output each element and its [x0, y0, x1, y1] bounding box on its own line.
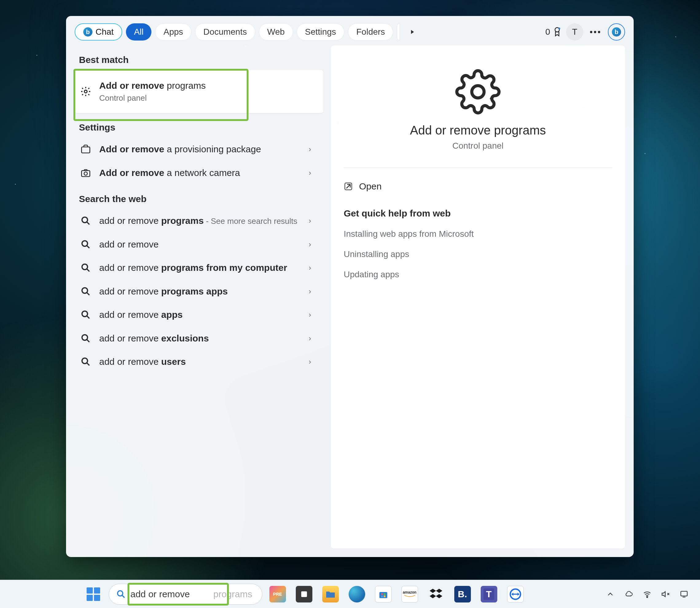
- settings-result[interactable]: Add or remove a provisioning package ›: [75, 137, 323, 161]
- help-link[interactable]: Uninstalling apps: [344, 249, 612, 259]
- svg-point-0: [555, 27, 559, 32]
- chevron-right-icon: ›: [309, 169, 317, 177]
- taskbar-app-dropbox[interactable]: [425, 583, 447, 605]
- detail-title: Add or remove programs: [344, 124, 612, 137]
- svg-point-13: [472, 86, 484, 98]
- chevron-right-icon: ›: [309, 240, 317, 249]
- taskbar-app-booking[interactable]: B.: [452, 583, 474, 605]
- profile-avatar[interactable]: T: [566, 23, 583, 40]
- taskbar: programs PRE amazon B. T: [0, 580, 700, 608]
- tab-documents[interactable]: Documents: [195, 23, 255, 40]
- open-button[interactable]: Open: [344, 180, 612, 193]
- svg-point-2: [84, 90, 87, 93]
- svg-point-6: [82, 217, 88, 223]
- taskbar-app-explorer[interactable]: [319, 583, 342, 605]
- tab-web[interactable]: Web: [259, 23, 293, 40]
- taskbar-app-teamviewer[interactable]: [504, 583, 527, 605]
- volume-muted-icon[interactable]: [660, 589, 671, 600]
- detail-subtitle: Control panel: [344, 141, 612, 151]
- result-text: Add or remove a network camera: [99, 167, 302, 179]
- taskbar-app-amazon[interactable]: amazon: [399, 583, 421, 605]
- best-match-text: Add or remove programs Control panel: [99, 79, 317, 103]
- taskbar-app-teams[interactable]: T: [478, 583, 500, 605]
- briefcase-icon: [79, 144, 92, 155]
- result-text: add or remove users: [99, 356, 302, 368]
- result-text: add or remove exclusions: [99, 332, 302, 345]
- tab-settings[interactable]: Settings: [297, 23, 344, 40]
- windows-icon: [87, 587, 100, 601]
- web-result[interactable]: add or remove programs - See more search…: [75, 209, 323, 233]
- more-options-button[interactable]: •••: [587, 23, 604, 40]
- section-best-match: Best match: [75, 45, 323, 70]
- svg-point-1: [559, 27, 560, 30]
- search-icon: [79, 239, 92, 250]
- gear-icon: [79, 86, 92, 97]
- search-icon: [79, 215, 92, 226]
- svg-point-15: [117, 590, 122, 596]
- svg-point-24: [646, 596, 648, 597]
- taskbar-app-taskview[interactable]: [293, 583, 315, 605]
- search-icon: [79, 309, 92, 320]
- svg-rect-21: [384, 595, 385, 597]
- taskbar-app-edge[interactable]: [346, 583, 368, 605]
- svg-point-11: [82, 335, 88, 340]
- search-icon: [79, 262, 92, 273]
- search-filter-row: b Chat All Apps Documents Web Settings F…: [66, 16, 633, 45]
- chevron-right-icon: ›: [309, 310, 317, 319]
- svg-rect-4: [82, 170, 90, 176]
- result-detail-pane: Add or remove programs Control panel Ope…: [331, 45, 625, 548]
- chevron-right-icon: ›: [309, 357, 317, 366]
- rewards-badge[interactable]: 0: [545, 27, 562, 37]
- profile-initial: T: [572, 27, 577, 37]
- onedrive-icon[interactable]: [623, 589, 634, 600]
- taskbar-app-copilot[interactable]: PRE: [267, 583, 289, 605]
- web-result[interactable]: add or remove apps ›: [75, 303, 323, 327]
- web-result[interactable]: add or remove programs apps ›: [75, 280, 323, 303]
- svg-rect-3: [82, 147, 90, 153]
- chevron-right-icon: ›: [309, 334, 317, 343]
- tab-overflow[interactable]: [397, 23, 400, 40]
- web-result[interactable]: add or remove programs from my computer …: [75, 256, 323, 280]
- taskbar-center: programs PRE amazon B. T: [6, 583, 602, 605]
- taskbar-app-store[interactable]: [372, 583, 394, 605]
- scroll-right-button[interactable]: [403, 23, 421, 40]
- taskbar-search[interactable]: programs: [109, 584, 262, 605]
- tab-chat[interactable]: b Chat: [75, 23, 122, 40]
- tab-chat-label: Chat: [96, 27, 114, 37]
- svg-point-9: [82, 288, 88, 293]
- divider: [344, 167, 612, 168]
- svg-rect-25: [681, 591, 687, 596]
- help-link[interactable]: Updating apps: [344, 270, 612, 280]
- web-result[interactable]: add or remove exclusions ›: [75, 327, 323, 350]
- dropbox-icon: [429, 587, 443, 601]
- cast-icon[interactable]: [679, 589, 689, 600]
- section-settings: Settings: [75, 113, 323, 137]
- search-icon: [79, 333, 92, 344]
- svg-point-7: [82, 241, 88, 246]
- wifi-icon[interactable]: [642, 589, 653, 600]
- result-text: Add or remove a provisioning package: [99, 143, 302, 156]
- tab-apps[interactable]: Apps: [155, 23, 191, 40]
- open-external-icon: [344, 182, 353, 191]
- tray-overflow[interactable]: [605, 589, 616, 600]
- settings-result[interactable]: Add or remove a network camera ›: [75, 161, 323, 185]
- chevron-right-icon: ›: [309, 287, 317, 296]
- svg-rect-18: [381, 593, 383, 595]
- best-match-result[interactable]: Add or remove programs Control panel: [75, 70, 323, 113]
- svg-rect-16: [301, 591, 307, 597]
- search-icon: [79, 356, 92, 367]
- bing-chat-button[interactable]: b: [608, 23, 625, 40]
- web-result[interactable]: add or remove users ›: [75, 350, 323, 374]
- start-button[interactable]: [82, 583, 105, 605]
- tab-all[interactable]: All: [126, 23, 151, 40]
- web-result[interactable]: add or remove ›: [75, 233, 323, 256]
- result-text: add or remove programs apps: [99, 285, 302, 298]
- section-search-web: Search the web: [75, 185, 323, 209]
- camera-icon: [79, 167, 92, 178]
- taskbar-search-input[interactable]: [131, 589, 255, 600]
- tab-folders[interactable]: Folders: [348, 23, 393, 40]
- result-text: add or remove: [99, 238, 302, 251]
- svg-point-10: [82, 311, 88, 317]
- search-icon: [79, 286, 92, 297]
- help-link[interactable]: Installing web apps from Microsoft: [344, 229, 612, 239]
